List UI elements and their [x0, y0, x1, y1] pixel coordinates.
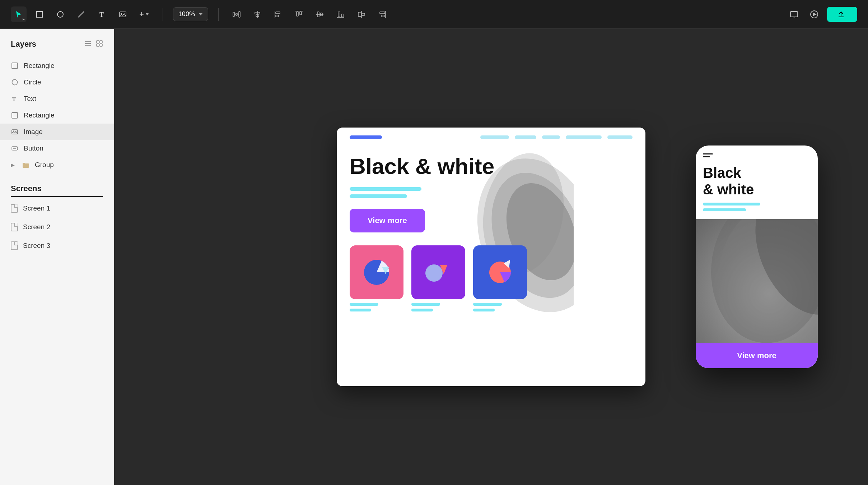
zoom-value: 100%: [178, 10, 195, 18]
align-group: [229, 6, 390, 22]
align-middle-tool[interactable]: [354, 6, 369, 22]
align-top-tool[interactable]: [291, 6, 307, 22]
play-preview-btn[interactable]: [807, 7, 821, 22]
layer-label: Button: [24, 144, 43, 152]
card-meta-1: [350, 303, 403, 311]
svg-point-50: [12, 80, 18, 85]
layer-item-button[interactable]: Button: [0, 140, 114, 157]
menu-line-1: [703, 153, 713, 154]
phone-mockup[interactable]: Black& white View mo: [696, 146, 818, 368]
zoom-control[interactable]: 100%: [173, 7, 208, 21]
phone-headline: Black& white: [696, 161, 818, 203]
phone-view-more-button[interactable]: View more: [696, 343, 818, 368]
phone-menu-icon: [703, 153, 811, 157]
group-expand-arrow[interactable]: ▶: [11, 162, 15, 168]
svg-rect-47: [97, 44, 99, 46]
card-1[interactable]: [350, 245, 403, 299]
rectangle-tool[interactable]: [32, 6, 47, 22]
phone-subtitle-line-1: [703, 203, 760, 205]
layer-label: Image: [24, 128, 43, 136]
screen-doc-icon: [11, 223, 18, 231]
menu-line-2: [703, 156, 710, 157]
svg-rect-34: [381, 15, 385, 17]
screen-item-2[interactable]: Screen 2: [11, 218, 103, 236]
svg-rect-35: [790, 11, 798, 17]
align-center-v-tool[interactable]: [312, 6, 328, 22]
layer-label: Rectangle: [24, 62, 55, 70]
svg-rect-30: [358, 12, 361, 17]
cursor-tool[interactable]: [11, 6, 27, 22]
list-view-icon[interactable]: [84, 40, 92, 49]
svg-rect-31: [362, 13, 365, 15]
text-tool[interactable]: T: [94, 6, 110, 22]
button-layer-icon: [11, 144, 19, 152]
align-center-h-tool[interactable]: [249, 6, 265, 22]
svg-point-54: [13, 131, 14, 132]
nav-link-2: [515, 135, 536, 139]
circle-tool[interactable]: [52, 6, 68, 22]
add-tool[interactable]: +: [136, 6, 153, 22]
align-bottom-tool[interactable]: [333, 6, 349, 22]
svg-rect-53: [12, 130, 18, 134]
card-3[interactable]: [473, 245, 527, 299]
layers-header-icons: [84, 40, 103, 49]
svg-rect-33: [380, 12, 385, 14]
screen-item-1[interactable]: Screen 1: [11, 199, 103, 218]
screens-title: Screens: [11, 184, 103, 197]
layer-item-image[interactable]: Image: [0, 124, 114, 140]
layers-title: Layers: [11, 40, 36, 49]
canvas-body: Black & white View more: [337, 147, 645, 322]
svg-rect-19: [276, 15, 279, 17]
svg-text:T: T: [99, 11, 104, 18]
distribute-h-tool[interactable]: [229, 6, 244, 22]
view-more-button[interactable]: View more: [350, 209, 425, 232]
svg-line-4: [78, 11, 84, 17]
phone-subtitle-line-2: [703, 208, 746, 211]
svg-rect-28: [341, 14, 343, 17]
toolbar: T + 100%: [0, 0, 868, 29]
card-meta-2: [411, 303, 465, 311]
device-preview-btn[interactable]: [787, 7, 801, 22]
screen-label: Screen 1: [23, 204, 50, 212]
card-meta-line: [350, 309, 371, 311]
layer-item-text[interactable]: T Text: [0, 91, 114, 107]
canvas-headline: Black & white: [350, 154, 633, 179]
card-column-3: [473, 245, 527, 311]
card-column-2: [411, 245, 465, 311]
svg-rect-12: [239, 11, 240, 17]
svg-marker-8: [146, 13, 149, 15]
card-meta-line: [473, 309, 495, 311]
align-left-tool[interactable]: [270, 6, 286, 22]
grid-view-icon[interactable]: [96, 40, 103, 49]
main-area: Layers: [0, 29, 868, 485]
line-tool[interactable]: [73, 6, 89, 22]
nav-logo: [350, 135, 382, 139]
subtitle-line-2: [350, 194, 407, 198]
svg-point-62: [425, 264, 443, 282]
layer-item-circle[interactable]: Circle: [0, 74, 114, 91]
screen-label: Screen 2: [23, 223, 50, 231]
svg-marker-0: [16, 11, 21, 18]
screen-label: Screen 3: [23, 242, 50, 250]
svg-rect-49: [12, 63, 18, 69]
screen-item-3[interactable]: Screen 3: [11, 236, 103, 255]
image-tool[interactable]: [115, 6, 131, 22]
nav-link-4: [566, 135, 602, 139]
publish-button[interactable]: [827, 7, 857, 22]
layers-header: Layers: [11, 40, 103, 49]
svg-rect-52: [12, 112, 18, 118]
canvas-nav-links: [480, 135, 633, 139]
svg-point-3: [57, 11, 63, 17]
design-canvas[interactable]: Black & white View more: [337, 128, 645, 386]
card-column-1: [350, 245, 403, 311]
align-right-tool[interactable]: [374, 6, 390, 22]
nav-link-1: [480, 135, 509, 139]
card-meta-3: [473, 303, 527, 311]
layer-item-rectangle-1[interactable]: Rectangle: [0, 57, 114, 74]
svg-marker-39: [813, 13, 817, 16]
layer-item-rectangle-2[interactable]: Rectangle: [0, 107, 114, 124]
card-2[interactable]: [411, 245, 465, 299]
text-layer-icon: T: [11, 95, 19, 103]
layer-item-group[interactable]: ▶ Group: [0, 157, 114, 173]
nav-link-5: [607, 135, 633, 139]
